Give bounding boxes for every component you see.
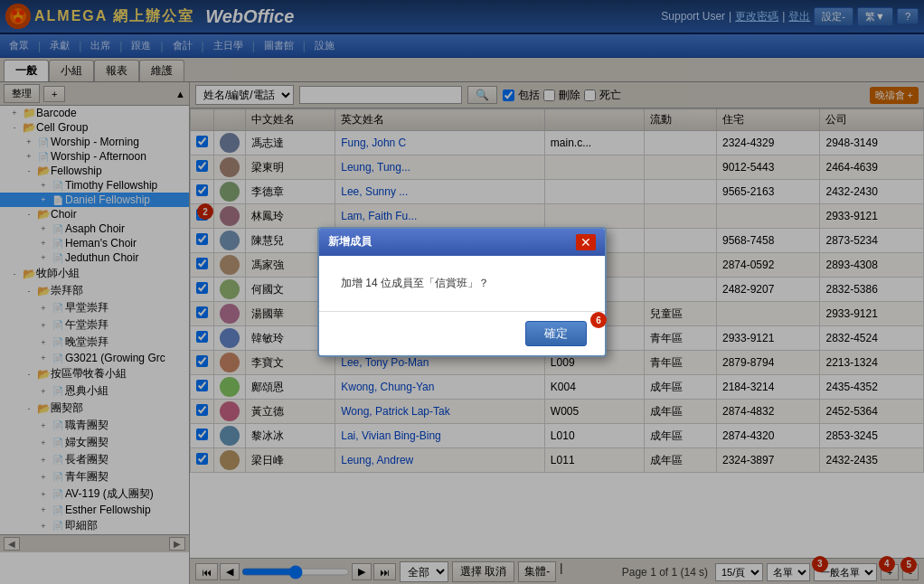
modal-body: 加增 14 位成員至「信賞班」？ <box>319 256 605 312</box>
modal-title-bar: 新增成員 ✕ <box>319 229 605 256</box>
annotation-6: 6 <box>590 312 607 328</box>
modal-ok-btn[interactable]: 確定 <box>525 321 587 346</box>
modal-overlay: 新增成員 ✕ 加增 14 位成員至「信賞班」？ 確定 6 <box>0 0 924 584</box>
modal-message: 加增 14 位成員至「信賞班」？ <box>341 274 583 294</box>
modal-footer: 確定 6 <box>319 311 605 355</box>
add-member-modal: 新增成員 ✕ 加增 14 位成員至「信賞班」？ 確定 6 <box>317 227 607 358</box>
modal-title: 新增成員 <box>328 234 372 250</box>
modal-close-btn[interactable]: ✕ <box>576 234 596 250</box>
